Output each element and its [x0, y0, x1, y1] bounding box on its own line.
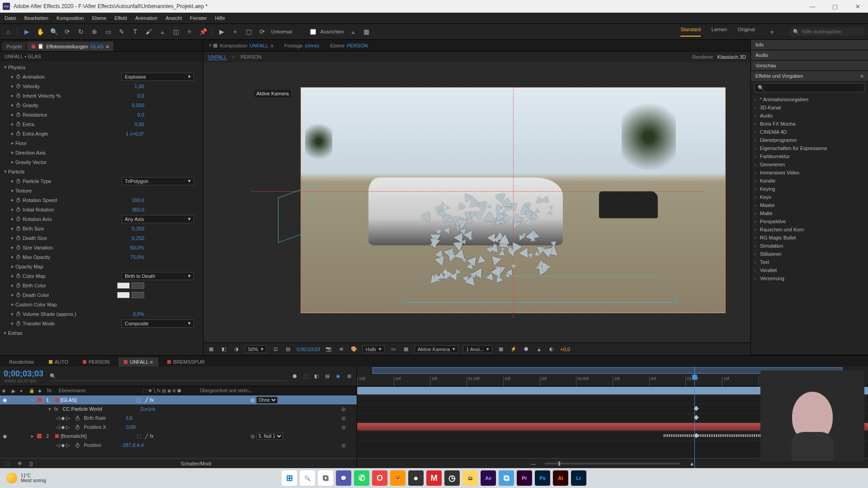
layer-prop-cc-particle-world[interactable]: ▾ fx CC Particle WorldZurück◎: [0, 404, 357, 413]
graph-editor-icon[interactable]: ⊞: [345, 372, 353, 380]
clone-tool-icon[interactable]: ⟁: [158, 27, 167, 36]
pix-icon[interactable]: ▦: [497, 345, 505, 353]
fx-size-variation[interactable]: ▸Size Variation50,0%: [0, 243, 203, 252]
comp-flowchart-icon[interactable]: ⬣: [291, 372, 299, 380]
stopwatch-icon[interactable]: [15, 216, 21, 222]
color-swatch[interactable]: [132, 282, 144, 289]
home-icon[interactable]: ⌂: [4, 27, 13, 36]
taskbar-premiere[interactable]: Pr: [517, 470, 532, 486]
color-swatch[interactable]: [117, 282, 130, 289]
tab-project[interactable]: Projekt: [2, 42, 26, 51]
fx-particle-type[interactable]: ▸Particle TypeTriPolygon▾: [0, 176, 203, 186]
misc-icon-1[interactable]: ⟁: [349, 27, 358, 36]
parent-dropdown[interactable]: Ohne: [256, 397, 278, 404]
misc-icon-2[interactable]: ▦: [362, 27, 371, 36]
menu-bearbeiten[interactable]: Bearbeiten: [24, 15, 48, 21]
taskbar-lightroom[interactable]: Lr: [571, 470, 586, 486]
square-icon[interactable]: ▢: [244, 27, 253, 36]
preset-simulation[interactable]: Simulation: [751, 242, 868, 250]
frame-blend-icon[interactable]: ▤: [323, 372, 331, 380]
switches-modes-label[interactable]: Schalter/Modi: [39, 461, 353, 466]
taskbar-opera[interactable]: O: [372, 470, 387, 486]
stopwatch-icon[interactable]: [15, 226, 21, 231]
preset-kan-le[interactable]: Kanäle: [751, 177, 868, 185]
d2-icon[interactable]: ▤: [284, 345, 292, 353]
toggle-alpha-icon[interactable]: ◧: [220, 345, 228, 353]
draft3d-icon[interactable]: ⬚: [302, 372, 310, 380]
fx-direction-axis[interactable]: ▸Direction Axis: [0, 148, 203, 157]
close-button[interactable]: ✕: [850, 1, 865, 11]
fx-rotation-axis[interactable]: ▸Rotation AxisAny Axis▾: [0, 214, 203, 224]
resolution-dropdown[interactable]: Halb ▾: [363, 345, 385, 353]
stopwatch-icon[interactable]: [15, 103, 21, 108]
exposure-value[interactable]: +0,0: [560, 347, 570, 352]
parent-dropdown[interactable]: 5. Null 1: [256, 433, 283, 440]
motion-blur-icon[interactable]: ◉: [334, 372, 342, 380]
fx-birth-color[interactable]: ▸Birth Color: [0, 281, 203, 290]
timeline-tab-unfall[interactable]: UNFALL ≡: [118, 357, 158, 366]
color-swatch[interactable]: [117, 292, 130, 298]
pen-tool-icon[interactable]: ✎: [117, 27, 126, 36]
zoom-mountain-icon[interactable]: ▲: [689, 461, 694, 466]
color-swatch[interactable]: [132, 292, 144, 298]
taskbar-illustrator[interactable]: Ai: [553, 470, 568, 486]
taskbar-clock-app[interactable]: ◷: [444, 470, 460, 486]
taskbar-whatsapp[interactable]: ✆: [354, 470, 369, 486]
preset-keying[interactable]: Keying: [751, 185, 868, 193]
help-search-input[interactable]: [802, 29, 861, 34]
keyframe-nav-icon[interactable]: ◁ ◆ ▷: [56, 442, 70, 448]
weather-widget[interactable]: 11°C Meist sonnig: [6, 473, 46, 483]
taskbar-start[interactable]: ⊞: [282, 470, 297, 486]
eraser-tool-icon[interactable]: ◫: [171, 27, 180, 36]
stopwatch-icon[interactable]: [15, 245, 21, 250]
zoom-out-icon[interactable]: —: [531, 461, 536, 466]
timeline-tab-renderliste[interactable]: Renderliste: [4, 357, 40, 366]
taskbar-obs-icon[interactable]: ●: [408, 470, 424, 486]
preset-3d-kanal[interactable]: 3D-Kanal: [751, 103, 868, 112]
stopwatch-icon[interactable]: [15, 74, 21, 80]
menu-ansicht[interactable]: Ansicht: [165, 15, 182, 21]
composition-viewport[interactable]: Aktive Kamera: [203, 62, 750, 343]
tab-effect-controls[interactable]: 📋 Effekteinstellungen GLAS ≡: [27, 42, 113, 51]
stopwatch-icon[interactable]: [15, 273, 21, 279]
brace-icon[interactable]: {}: [27, 460, 35, 468]
panel-menu-icon[interactable]: ≡: [861, 73, 863, 79]
exposure-icon[interactable]: ◐: [547, 345, 556, 353]
new-layer-icon[interactable]: ▶: [217, 27, 226, 36]
fx-animation[interactable]: ▸AnimationExplosive▾: [0, 72, 203, 81]
fx-custom-color-map[interactable]: ▸Custom Color Map: [0, 300, 203, 309]
fx-floor[interactable]: ▸Floor: [0, 138, 203, 148]
preset-farbkorrektur[interactable]: Farbkorrektur: [751, 152, 868, 160]
presets-search-input[interactable]: [755, 83, 864, 92]
fx-extra-angle[interactable]: ▸Extra Angle1 x+0,0°: [0, 129, 203, 138]
grid-icon[interactable]: ▦: [402, 345, 410, 353]
menu-hilfe[interactable]: Hilfe: [215, 15, 225, 21]
stopwatch-icon[interactable]: [15, 321, 21, 326]
layer-search-input[interactable]: [56, 373, 286, 380]
preset--animationsvorgaben[interactable]: * Animationsvorgaben: [751, 95, 868, 103]
fx-transfer-mode[interactable]: ▸Transfer ModeComposite▾: [0, 319, 203, 328]
preset-generieren[interactable]: Generieren: [751, 160, 868, 169]
taskbar-photoshop[interactable]: Ps: [535, 470, 550, 486]
fx-gravity-vector[interactable]: ▸Gravity Vector: [0, 157, 203, 167]
add-icon[interactable]: +: [231, 27, 240, 36]
visibility-icon[interactable]: ◉: [2, 397, 8, 403]
preset-immersives-video[interactable]: Immersives Video: [751, 169, 868, 177]
layer-prop-position-x[interactable]: ◁ ◆ ▷ Position X0,00◎: [0, 422, 357, 432]
taskbar-vscode[interactable]: ⧉: [499, 470, 514, 486]
stopwatch-icon[interactable]: [15, 207, 21, 212]
toggle-switches-icon[interactable]: ⬚: [4, 460, 12, 468]
taskbar-search[interactable]: 🔍: [300, 470, 315, 486]
3d-icon[interactable]: ⬢: [522, 345, 530, 353]
stopwatch-icon[interactable]: [15, 178, 21, 184]
hand-tool-icon[interactable]: ✋: [36, 27, 45, 36]
brush-tool-icon[interactable]: 🖌: [144, 27, 153, 36]
timeline-tab-auto[interactable]: AUTO: [43, 357, 74, 366]
preset-keys[interactable]: Keys: [751, 193, 868, 201]
fx-extra[interactable]: ▸Extra0,50: [0, 119, 203, 129]
show-snapshot-icon[interactable]: 👁: [337, 345, 345, 353]
keyframe-nav-icon[interactable]: ◁ ◆ ▷: [56, 424, 70, 430]
snapshot-icon[interactable]: 📷: [325, 345, 333, 353]
layer-row-2[interactable]: ◉▸2[Bremslicht]⬚ ╱ fx◎ 5. Null 1: [0, 432, 357, 441]
presets-panel-header[interactable]: Effekte und Vorgaben≡: [751, 71, 868, 81]
